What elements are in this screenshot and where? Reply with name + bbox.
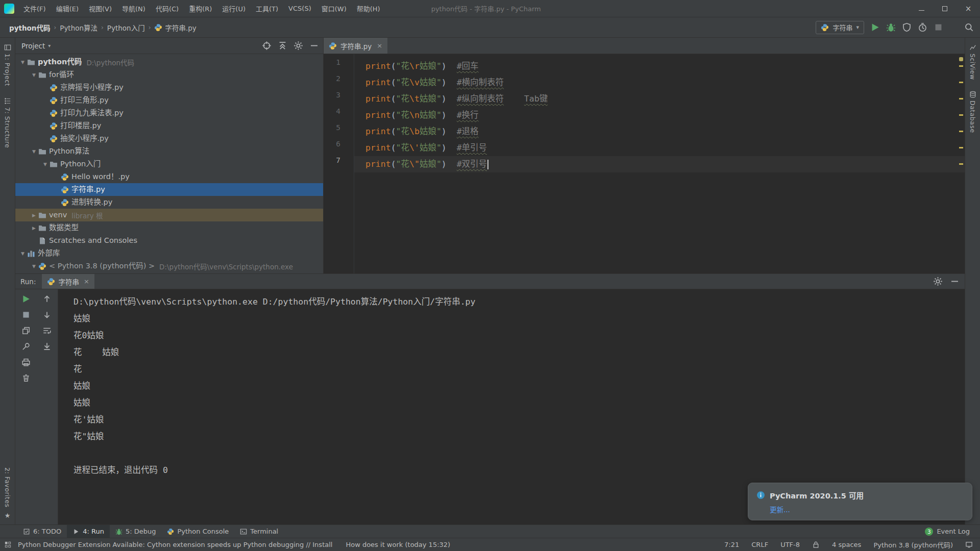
breadcrumb-item[interactable]: python代码 xyxy=(9,22,50,33)
scroll-to-end-button[interactable] xyxy=(42,342,52,351)
update-link[interactable]: 更新... xyxy=(770,504,964,514)
warning-stripe-mark[interactable] xyxy=(959,147,963,148)
tree-item[interactable]: Scratches and Consoles xyxy=(15,234,323,247)
tree-chevron-icon[interactable]: ▼ xyxy=(18,251,27,256)
toolwindow-button-run[interactable]: 4: Run xyxy=(67,525,110,538)
menu-item[interactable]: 工具(T) xyxy=(251,0,283,17)
menu-item[interactable]: 文件(F) xyxy=(18,0,51,17)
search-everywhere-button[interactable] xyxy=(964,22,974,32)
breadcrumb-item[interactable]: 字符串.py xyxy=(154,22,196,33)
menu-item[interactable]: 运行(U) xyxy=(217,0,251,17)
menu-item[interactable]: 导航(N) xyxy=(117,0,151,17)
code-line[interactable]: print("花\t姑娘") #纵向制表符 Tab键 xyxy=(354,91,965,107)
jump-up-button[interactable] xyxy=(42,294,52,304)
indent-setting[interactable]: 4 spaces xyxy=(832,541,861,548)
breadcrumb-item[interactable]: Python入门 xyxy=(107,22,145,33)
code-line[interactable]: print("花\r姑娘") #回车 xyxy=(354,58,965,74)
event-log-button[interactable]: 3 Event Log xyxy=(925,528,970,536)
maximize-button[interactable] xyxy=(933,0,957,17)
minimize-button[interactable] xyxy=(910,0,933,17)
editor-tab[interactable]: 字符串.py × xyxy=(324,38,387,54)
menu-item[interactable]: 窗口(W) xyxy=(316,0,352,17)
tree-item[interactable]: ▼外部库 xyxy=(15,247,323,260)
toolwindow-button-structure[interactable]: 7: Structure xyxy=(4,97,11,148)
jump-down-button[interactable] xyxy=(42,310,52,319)
status-message[interactable]: Python Debugger Extension Available: Cyt… xyxy=(18,541,332,548)
tree-item[interactable]: 打印三角形.py xyxy=(15,94,323,107)
project-panel-title[interactable]: Project xyxy=(21,42,45,50)
locate-file-button[interactable] xyxy=(262,41,272,51)
warning-stripe-mark[interactable] xyxy=(959,98,963,99)
run-config-selector[interactable]: 字符串 ▾ xyxy=(816,21,864,34)
tree-item[interactable]: ▶venvlibrary 根 xyxy=(15,209,323,221)
tree-chevron-icon[interactable]: ▼ xyxy=(18,60,27,65)
code-line[interactable]: print("花\'姑娘") #单引号 xyxy=(354,140,965,156)
code-line[interactable]: print("花\b姑娘") #退格 xyxy=(354,123,965,140)
tree-chevron-icon[interactable]: ▶ xyxy=(30,226,38,231)
lock-icon[interactable] xyxy=(812,541,820,548)
tree-item[interactable]: 字符串.py xyxy=(15,183,323,196)
warning-stripe-mark[interactable] xyxy=(959,114,963,116)
status-hint[interactable]: How does it work (today 15:32) xyxy=(346,541,450,548)
tree-chevron-icon[interactable]: ▼ xyxy=(30,149,38,154)
profiler-button[interactable] xyxy=(918,22,927,32)
editor-code[interactable]: print("花\r姑娘") #回车print("花\v姑娘") #横向制表符p… xyxy=(354,54,965,273)
menu-item[interactable]: 帮助(H) xyxy=(352,0,385,17)
tree-item[interactable]: 进制转换.py xyxy=(15,196,323,209)
close-tab-icon[interactable]: × xyxy=(84,278,89,285)
settings-gear-icon[interactable] xyxy=(933,277,943,286)
caret-position[interactable]: 7:21 xyxy=(724,541,739,548)
tree-item[interactable]: Hello word！.py xyxy=(15,170,323,183)
menu-item[interactable]: VCS(S) xyxy=(283,0,316,17)
soft-wrap-button[interactable] xyxy=(42,326,52,335)
tree-chevron-icon[interactable]: ▼ xyxy=(30,72,38,78)
tree-item[interactable]: ▼python代码D:\python代码 xyxy=(15,56,323,68)
error-stripe[interactable] xyxy=(958,54,965,273)
star-icon[interactable]: ★ xyxy=(5,512,11,519)
code-line[interactable]: print("花\n姑娘") #换行 xyxy=(354,107,965,123)
toolwindow-button-todo[interactable]: 6: TODO xyxy=(17,525,67,538)
toolwindow-button-debug[interactable]: 5: Debug xyxy=(110,525,162,538)
tree-chevron-icon[interactable]: ▼ xyxy=(41,162,50,167)
hide-panel-button[interactable] xyxy=(309,41,319,51)
print-button[interactable] xyxy=(21,358,31,367)
menu-item[interactable]: 代码(C) xyxy=(151,0,184,17)
inspector-icon[interactable] xyxy=(965,541,973,548)
tree-item[interactable]: 打印九九乘法表.py xyxy=(15,107,323,119)
restore-layout-button[interactable] xyxy=(21,326,31,335)
rerun-button[interactable] xyxy=(21,294,31,304)
close-tab-icon[interactable]: × xyxy=(377,42,382,49)
menu-item[interactable]: 视图(V) xyxy=(84,0,117,17)
line-separator[interactable]: CRLF xyxy=(751,541,768,548)
code-line[interactable]: print("花\v姑娘") #横向制表符 xyxy=(354,74,965,91)
toolwindow-button-sciview[interactable]: SciView xyxy=(969,44,976,80)
warning-stripe-mark[interactable] xyxy=(959,82,963,83)
tree-item[interactable]: ▶数据类型 xyxy=(15,221,323,234)
warning-stripe-mark[interactable] xyxy=(959,65,963,67)
run-tab[interactable]: 字符串 × xyxy=(42,274,94,289)
tree-item[interactable]: 京牌摇号小程序.py xyxy=(15,81,323,94)
inspection-indicator-icon[interactable] xyxy=(959,57,963,61)
code-line[interactable]: print("花\"姑娘") #双引号 xyxy=(354,156,965,172)
clear-all-button[interactable] xyxy=(21,373,31,383)
tree-chevron-icon[interactable]: ▼ xyxy=(30,264,38,269)
toolwindow-button-python-console[interactable]: Python Console xyxy=(161,525,234,538)
tree-item[interactable]: 打印楼层.py xyxy=(15,119,323,132)
toolwindow-button-terminal[interactable]: Terminal xyxy=(234,525,284,538)
toolwindow-button-database[interactable]: Database xyxy=(969,91,976,133)
run-button[interactable] xyxy=(870,22,880,32)
collapse-all-button[interactable] xyxy=(278,41,287,51)
warning-stripe-mark[interactable] xyxy=(959,163,963,165)
tree-item[interactable]: 抽奖小程序.py xyxy=(15,132,323,145)
pin-button[interactable] xyxy=(21,342,31,351)
notification-popup[interactable]: PyCharm 2020.1.5 可用 更新... xyxy=(748,483,972,520)
stop-button[interactable] xyxy=(21,310,31,319)
menu-item[interactable]: 重构(R) xyxy=(184,0,217,17)
tree-item[interactable]: ▼for循环 xyxy=(15,68,323,81)
stop-button[interactable] xyxy=(934,22,943,32)
toolwindow-switcher-icon[interactable] xyxy=(4,541,12,548)
tree-item[interactable]: ▼< Python 3.8 (python代码) >D:\python代码\ve… xyxy=(15,260,323,272)
toolwindow-button-favorites[interactable]: 2: Favorites xyxy=(4,467,11,508)
chevron-down-icon[interactable]: ▾ xyxy=(48,43,51,48)
tree-chevron-icon[interactable]: ▶ xyxy=(30,213,38,218)
